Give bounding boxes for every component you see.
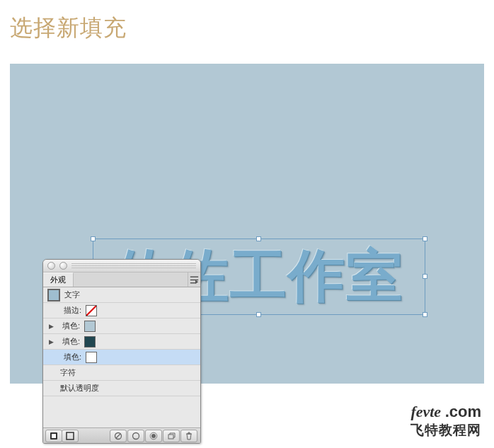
selection-handle-bottom-right[interactable] [423,312,427,317]
appearance-panel[interactable]: 外观 文字 描边: ▶ 填色: ▶ 填色: 填色: [42,259,201,444]
type-row-label: 文字 [64,289,80,300]
selection-handle-middle-right[interactable] [423,274,427,279]
panel-empty-area [43,396,200,427]
fill-3-swatch[interactable] [86,352,97,363]
watermark-url: fevte .com [410,403,481,421]
new-stroke-button[interactable] [45,430,62,442]
watermark: fevte .com 飞特教程网 [410,403,481,440]
panel-footer [43,427,200,443]
panel-body: 文字 描边: ▶ 填色: ▶ 填色: 填色: 字符 默认透明 [43,287,200,427]
fill-2-swatch[interactable] [84,336,96,348]
appearance-row-type[interactable]: 文字 [43,287,200,303]
appearance-row-fill-2[interactable]: ▶ 填色: [43,334,200,350]
fill-1-swatch[interactable] [84,321,96,332]
svg-line-4 [116,434,120,438]
disclosure-triangle-icon[interactable]: ▶ [47,323,54,330]
appearance-row-fill-1[interactable]: ▶ 填色: [43,318,200,334]
panel-flyout-menu-icon[interactable] [188,272,200,287]
panel-tab-bar: 外观 [43,272,200,287]
appearance-row-default-opacity[interactable]: 默认透明度 [43,381,200,396]
clear-appearance-button[interactable] [110,430,127,442]
delete-item-button[interactable] [180,430,197,442]
stroke-swatch-none-icon[interactable] [86,305,97,316]
reduce-to-basic-button[interactable] [127,430,144,442]
svg-rect-1 [52,434,56,438]
characters-label: 字符 [60,367,76,378]
svg-point-5 [133,432,139,439]
selection-handle-top-middle[interactable] [256,236,261,241]
type-thumbnail-icon [47,289,60,301]
minimize-window-icon[interactable] [59,262,67,270]
watermark-url-part2: .com [445,403,481,420]
disclosure-triangle-icon[interactable]: ▶ [47,338,54,345]
stroke-label: 描边: [60,305,81,316]
new-fill-button[interactable] [62,430,79,442]
selection-handle-bottom-middle[interactable] [256,312,261,317]
close-window-icon[interactable] [47,262,55,270]
titlebar-grip[interactable] [71,263,196,269]
fill-3-label: 填色: [60,352,81,362]
default-opacity-label: 默认透明度 [60,383,99,394]
appearance-row-characters[interactable]: 字符 [43,365,200,381]
appearance-row-stroke[interactable]: 描边: [43,303,200,318]
page-heading: 选择新填充 [10,13,127,44]
add-effect-button[interactable] [145,430,162,442]
selection-handle-top-left[interactable] [91,236,96,241]
fill-1-label: 填色: [59,321,80,331]
watermark-site-name: 飞特教程网 [410,421,481,440]
panel-titlebar[interactable] [43,260,200,272]
watermark-url-part1: fevte [410,403,441,420]
svg-rect-8 [168,435,173,439]
duplicate-item-button[interactable] [163,430,180,442]
fill-2-label: 填色: [59,336,80,347]
svg-rect-2 [67,432,74,440]
svg-point-6 [151,434,156,438]
selection-handle-top-right[interactable] [423,236,427,241]
appearance-row-fill-3[interactable]: 填色: [43,350,200,365]
tab-appearance[interactable]: 外观 [43,272,74,287]
